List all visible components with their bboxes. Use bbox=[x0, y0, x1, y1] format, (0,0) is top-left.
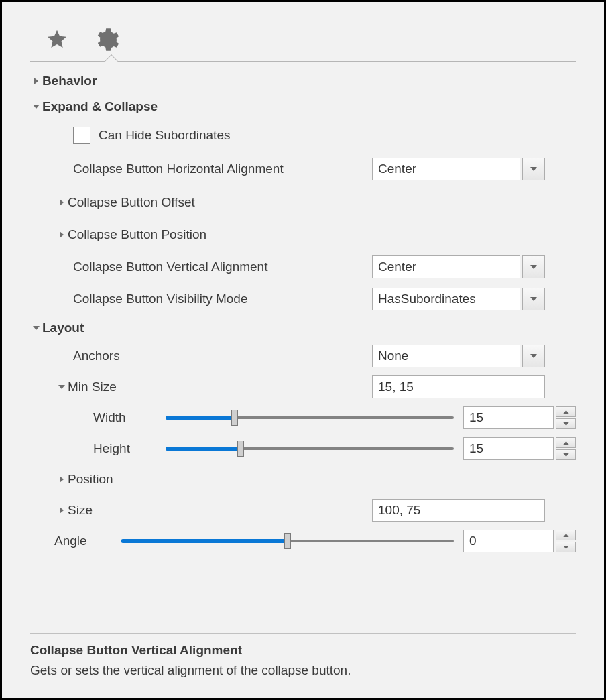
toolbar bbox=[30, 21, 576, 58]
position-row[interactable]: Position bbox=[30, 464, 576, 495]
combo-dropdown-button[interactable] bbox=[522, 255, 545, 278]
height-spinner[interactable]: 15 bbox=[463, 437, 576, 460]
angle-slider[interactable] bbox=[121, 533, 454, 549]
collapse-button-horizontal-alignment-combo[interactable]: Center bbox=[372, 158, 545, 180]
property-label: Collapse Button Horizontal Alignment bbox=[73, 162, 284, 176]
combo-dropdown-button[interactable] bbox=[522, 158, 545, 180]
anchors-combo[interactable]: None bbox=[372, 345, 545, 367]
description-title: Collapse Button Vertical Alignment bbox=[30, 643, 576, 658]
size-textbox[interactable]: 100, 75 bbox=[372, 499, 545, 522]
spinner-up-button[interactable] bbox=[556, 530, 576, 540]
property-label: Position bbox=[68, 472, 113, 487]
expand-toggle-icon[interactable] bbox=[30, 78, 42, 84]
width-spinner[interactable]: 15 bbox=[463, 406, 576, 429]
property-label: Height bbox=[93, 441, 166, 456]
section-behavior[interactable]: Behavior bbox=[30, 68, 576, 94]
spinner-value[interactable]: 0 bbox=[463, 530, 554, 552]
property-label: Collapse Button Visibility Mode bbox=[73, 292, 248, 306]
combo-value[interactable]: Center bbox=[372, 158, 520, 180]
property-tree: Behavior Expand & Collapse Can Hide Subo… bbox=[30, 68, 576, 614]
collapse-button-visibility-mode-row: Collapse Button Visibility Mode HasSubor… bbox=[30, 283, 576, 315]
width-slider[interactable] bbox=[166, 410, 454, 426]
expand-toggle-icon[interactable] bbox=[56, 476, 68, 483]
min-size-height-row: Height 15 bbox=[30, 433, 576, 464]
toolbar-separator bbox=[30, 61, 576, 62]
collapse-button-offset-row[interactable]: Collapse Button Offset bbox=[30, 186, 576, 219]
height-slider[interactable] bbox=[166, 441, 454, 457]
property-label: Can Hide Subordinates bbox=[99, 128, 230, 143]
section-expand-collapse[interactable]: Expand & Collapse bbox=[30, 94, 576, 119]
favorites-tab-icon[interactable] bbox=[45, 28, 69, 51]
spinner-value[interactable]: 15 bbox=[463, 437, 554, 460]
collapse-button-vertical-alignment-combo[interactable]: Center bbox=[372, 255, 545, 278]
property-label: Angle bbox=[54, 534, 121, 548]
section-label: Layout bbox=[42, 320, 84, 335]
combo-value[interactable]: None bbox=[372, 345, 520, 367]
spinner-down-button[interactable] bbox=[556, 449, 576, 460]
combo-dropdown-button[interactable] bbox=[522, 288, 545, 310]
property-label: Anchors bbox=[73, 349, 120, 363]
min-size-textbox[interactable]: 15, 15 bbox=[372, 375, 545, 398]
angle-row: Angle 0 bbox=[30, 526, 576, 557]
collapse-button-vertical-alignment-row: Collapse Button Vertical Alignment Cente… bbox=[30, 251, 576, 283]
section-layout[interactable]: Layout bbox=[30, 315, 576, 341]
section-label: Behavior bbox=[42, 74, 97, 89]
settings-tab-icon[interactable] bbox=[93, 26, 120, 53]
can-hide-subordinates-checkbox[interactable] bbox=[73, 127, 90, 144]
combo-value[interactable]: Center bbox=[372, 255, 520, 278]
property-label: Min Size bbox=[68, 380, 117, 394]
collapse-button-horizontal-alignment-row: Collapse Button Horizontal Alignment Cen… bbox=[30, 152, 576, 186]
spinner-down-button[interactable] bbox=[556, 542, 576, 552]
min-size-width-row: Width 15 bbox=[30, 402, 576, 433]
property-label: Collapse Button Vertical Alignment bbox=[73, 259, 267, 274]
collapse-button-visibility-mode-combo[interactable]: HasSubordinates bbox=[372, 288, 545, 310]
section-label: Expand & Collapse bbox=[42, 99, 158, 114]
collapse-button-position-row[interactable]: Collapse Button Position bbox=[30, 219, 576, 251]
expand-toggle-icon[interactable] bbox=[56, 199, 68, 206]
angle-spinner[interactable]: 0 bbox=[463, 530, 576, 552]
spinner-up-button[interactable] bbox=[556, 406, 576, 417]
collapse-toggle-icon[interactable] bbox=[30, 103, 42, 110]
property-label: Collapse Button Offset bbox=[68, 195, 195, 210]
spinner-value[interactable]: 15 bbox=[463, 406, 554, 429]
size-row[interactable]: Size 100, 75 bbox=[30, 495, 576, 526]
property-label: Width bbox=[93, 410, 166, 425]
can-hide-subordinates-row: Can Hide Subordinates bbox=[30, 119, 576, 152]
anchors-row: Anchors None bbox=[30, 341, 576, 371]
spinner-down-button[interactable] bbox=[556, 418, 576, 429]
combo-value[interactable]: HasSubordinates bbox=[372, 288, 520, 310]
collapse-toggle-icon[interactable] bbox=[56, 384, 68, 390]
description-separator bbox=[30, 633, 576, 634]
spinner-up-button[interactable] bbox=[556, 437, 576, 448]
collapse-toggle-icon[interactable] bbox=[30, 325, 42, 331]
property-panel: Behavior Expand & Collapse Can Hide Subo… bbox=[0, 0, 606, 700]
expand-toggle-icon[interactable] bbox=[56, 507, 68, 514]
property-label: Size bbox=[68, 503, 93, 518]
combo-dropdown-button[interactable] bbox=[522, 345, 545, 367]
expand-toggle-icon[interactable] bbox=[56, 231, 68, 238]
property-label: Collapse Button Position bbox=[68, 227, 206, 242]
description-text: Gets or sets the vertical alignment of t… bbox=[30, 663, 576, 678]
min-size-row[interactable]: Min Size 15, 15 bbox=[30, 371, 576, 402]
